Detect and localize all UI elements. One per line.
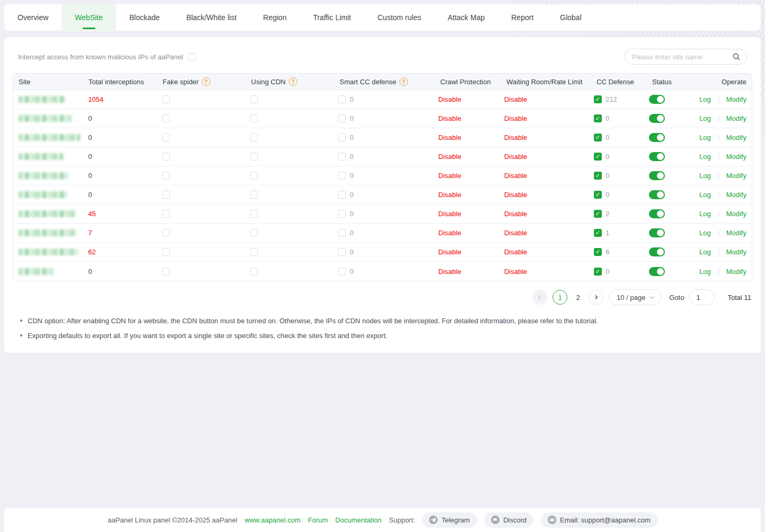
waiting-room-value[interactable]: Disable: [504, 248, 527, 256]
goto-page-input[interactable]: [689, 289, 715, 305]
status-toggle[interactable]: [649, 95, 665, 104]
per-page-select[interactable]: 10 / page: [609, 289, 662, 305]
using-cdn-checkbox[interactable]: [250, 229, 258, 237]
pagination-prev-button[interactable]: [532, 290, 547, 305]
cc-defense-checkbox[interactable]: [594, 248, 602, 256]
tab-custom-rules[interactable]: Custom rules: [364, 4, 434, 31]
email-support-button[interactable]: Email: support@aapanel.com: [541, 512, 657, 528]
cc-defense-checkbox[interactable]: [594, 172, 602, 180]
search-icon[interactable]: [732, 52, 741, 61]
footer-link-documentation[interactable]: Documentation: [335, 516, 381, 524]
using-cdn-checkbox[interactable]: [250, 268, 258, 276]
fake-spider-checkbox[interactable]: [162, 153, 170, 161]
status-toggle[interactable]: [649, 171, 665, 180]
status-toggle[interactable]: [649, 133, 665, 142]
log-link[interactable]: Log: [699, 229, 711, 237]
cc-defense-checkbox[interactable]: [594, 95, 602, 103]
footer-link-forum[interactable]: Forum: [308, 516, 328, 524]
tab-traffic-limit[interactable]: Traffic Limit: [300, 4, 364, 31]
search-input[interactable]: [624, 49, 747, 65]
smart-cc-defense-checkbox[interactable]: [338, 191, 346, 199]
fake-spider-checkbox[interactable]: [162, 134, 170, 141]
using-cdn-checkbox[interactable]: [250, 210, 258, 218]
waiting-room-value[interactable]: Disable: [504, 95, 527, 103]
site-name-redacted[interactable]: [19, 153, 63, 160]
tab-global[interactable]: Global: [547, 4, 594, 31]
using-cdn-checkbox[interactable]: [250, 153, 258, 161]
site-name-redacted[interactable]: [19, 191, 67, 198]
intercept-malicious-ips-checkbox[interactable]: [188, 53, 196, 61]
site-name-redacted[interactable]: [19, 229, 77, 236]
fake-spider-checkbox[interactable]: [162, 248, 170, 256]
tab-overview[interactable]: Overview: [4, 4, 61, 31]
waiting-room-value[interactable]: Disable: [504, 114, 527, 122]
status-toggle[interactable]: [649, 190, 665, 199]
log-link[interactable]: Log: [699, 210, 711, 218]
waiting-room-value[interactable]: Disable: [504, 191, 527, 199]
cc-defense-checkbox[interactable]: [594, 114, 602, 122]
crawl-protection-value[interactable]: Disable: [438, 153, 461, 161]
crawl-protection-value[interactable]: Disable: [438, 268, 461, 276]
fake-spider-checkbox[interactable]: [162, 95, 170, 103]
smart-cc-defense-checkbox[interactable]: [338, 114, 346, 122]
site-name-redacted[interactable]: [19, 268, 54, 275]
fake-spider-checkbox[interactable]: [162, 268, 170, 276]
tab-black-white-list[interactable]: Black/White list: [173, 4, 250, 31]
site-name-redacted[interactable]: [19, 249, 78, 255]
modify-link[interactable]: Modify: [726, 248, 746, 256]
cc-defense-checkbox[interactable]: [594, 134, 602, 141]
using-cdn-checkbox[interactable]: [250, 191, 258, 199]
log-link[interactable]: Log: [699, 172, 711, 180]
modify-link[interactable]: Modify: [726, 172, 746, 180]
site-name-redacted[interactable]: [19, 172, 68, 179]
waiting-room-value[interactable]: Disable: [504, 134, 527, 141]
crawl-protection-value[interactable]: Disable: [438, 248, 461, 256]
waiting-room-value[interactable]: Disable: [504, 268, 527, 276]
site-name-redacted[interactable]: [19, 115, 72, 122]
status-toggle[interactable]: [649, 152, 665, 161]
log-link[interactable]: Log: [699, 134, 711, 141]
modify-link[interactable]: Modify: [726, 134, 746, 141]
fake-spider-checkbox[interactable]: [162, 114, 170, 122]
crawl-protection-value[interactable]: Disable: [438, 134, 461, 141]
modify-link[interactable]: Modify: [726, 153, 746, 161]
pagination-page-1[interactable]: 1: [553, 290, 567, 305]
log-link[interactable]: Log: [699, 114, 711, 122]
log-link[interactable]: Log: [699, 248, 711, 256]
telegram-button[interactable]: Telegram: [422, 512, 476, 528]
smart-cc-defense-checkbox[interactable]: [338, 229, 346, 237]
crawl-protection-value[interactable]: Disable: [438, 229, 461, 237]
smart-cc-defense-checkbox[interactable]: [338, 248, 346, 256]
tab-report[interactable]: Report: [498, 4, 547, 31]
using-cdn-checkbox[interactable]: [250, 134, 258, 141]
tab-attack-map[interactable]: Attack Map: [434, 4, 498, 31]
status-toggle[interactable]: [649, 267, 665, 276]
cc-defense-checkbox[interactable]: [594, 268, 602, 276]
fake-spider-checkbox[interactable]: [162, 191, 170, 199]
help-icon[interactable]: ?: [202, 77, 210, 86]
status-toggle[interactable]: [649, 114, 665, 123]
using-cdn-checkbox[interactable]: [250, 95, 258, 103]
tab-website[interactable]: WebSite: [61, 4, 116, 31]
log-link[interactable]: Log: [699, 95, 711, 103]
waiting-room-value[interactable]: Disable: [504, 172, 527, 180]
status-toggle[interactable]: [649, 228, 665, 237]
site-name-redacted[interactable]: [19, 96, 65, 103]
fake-spider-checkbox[interactable]: [162, 229, 170, 237]
help-icon[interactable]: ?: [399, 77, 408, 86]
waiting-room-value[interactable]: Disable: [504, 210, 527, 218]
smart-cc-defense-checkbox[interactable]: [338, 210, 346, 218]
cc-defense-checkbox[interactable]: [594, 153, 602, 161]
cc-defense-checkbox[interactable]: [594, 229, 602, 237]
using-cdn-checkbox[interactable]: [250, 172, 258, 180]
crawl-protection-value[interactable]: Disable: [438, 95, 461, 103]
modify-link[interactable]: Modify: [726, 268, 746, 276]
cc-defense-checkbox[interactable]: [594, 191, 602, 199]
waiting-room-value[interactable]: Disable: [504, 229, 527, 237]
modify-link[interactable]: Modify: [726, 229, 746, 237]
tab-region[interactable]: Region: [250, 4, 300, 31]
fake-spider-checkbox[interactable]: [162, 210, 170, 218]
crawl-protection-value[interactable]: Disable: [438, 114, 461, 122]
smart-cc-defense-checkbox[interactable]: [338, 134, 346, 141]
cc-defense-checkbox[interactable]: [594, 210, 602, 218]
